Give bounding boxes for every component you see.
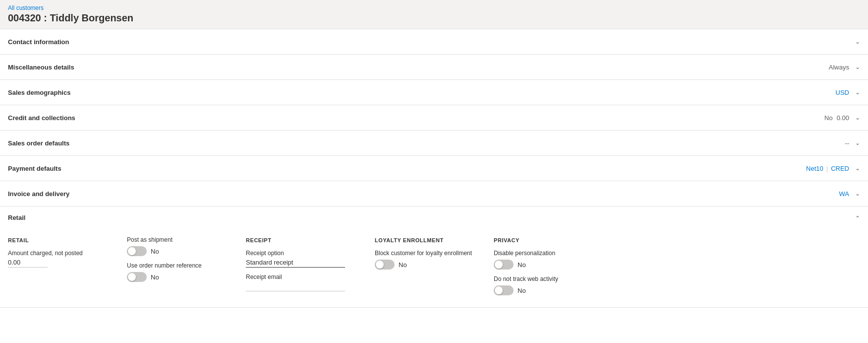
shipment-col: Post as shipment No Use order number ref… xyxy=(127,236,246,295)
privacy-col-heading: PRIVACY xyxy=(494,237,520,243)
disable-personalization-label: Disable personalization xyxy=(494,250,597,257)
section-title-retail: Retail xyxy=(8,214,25,221)
block-loyalty-label: Block customer for loyalty enrollment xyxy=(375,250,478,257)
chevron-down-icon: ⌄ xyxy=(855,89,860,96)
credit-value2: 0.00 xyxy=(837,114,849,122)
section-right-invoice: WA ⌄ xyxy=(839,190,860,198)
do-not-track-toggle[interactable] xyxy=(494,285,514,295)
post-shipment-value: No xyxy=(151,248,159,255)
payment-value-net10: Net10 xyxy=(806,165,823,172)
chevron-down-icon: ⌄ xyxy=(855,139,860,146)
section-right-sales-order: -- ⌄ xyxy=(845,139,860,147)
do-not-track-value: No xyxy=(518,287,526,294)
retail-heading: RETAIL xyxy=(8,236,111,244)
section-retail[interactable]: Retail ⌄ RETAIL Amount charged, not post… xyxy=(0,206,868,308)
page-title: 004320 : Tiddly Borgensen xyxy=(8,12,860,24)
retail-amount-field: Amount charged, not posted 0.00 xyxy=(8,250,111,268)
chevron-down-icon: ⌄ xyxy=(855,114,860,121)
receipt-col: RECEIPT Receipt option Receipt email xyxy=(246,236,375,295)
section-title-sales-demo: Sales demographics xyxy=(8,89,70,96)
receipt-heading: RECEIPT xyxy=(246,236,359,244)
privacy-heading: PRIVACY xyxy=(494,236,597,244)
retail-body: RETAIL Amount charged, not posted 0.00 P… xyxy=(0,228,868,307)
receipt-option-input[interactable] xyxy=(246,258,345,268)
toggle-knob xyxy=(128,273,136,281)
use-order-number-toggle-row: No xyxy=(127,272,230,282)
block-loyalty-toggle-item: Block customer for loyalty enrollment No xyxy=(375,250,478,270)
post-shipment-toggle-item: Post as shipment No xyxy=(127,236,230,256)
block-loyalty-value: No xyxy=(399,261,407,269)
chevron-down-icon: ⌄ xyxy=(855,165,860,172)
amount-value: 0.00 xyxy=(8,259,48,268)
section-sales-demographics[interactable]: Sales demographics USD ⌄ xyxy=(0,80,868,105)
chevron-down-icon: ⌄ xyxy=(855,38,860,45)
breadcrumb[interactable]: All customers xyxy=(8,4,44,11)
section-title-sales-order: Sales order defaults xyxy=(8,139,69,147)
sales-order-value: -- xyxy=(845,139,849,147)
do-not-track-toggle-item: Do not track web activity No xyxy=(494,275,597,295)
toggle-knob xyxy=(376,261,384,269)
section-right-sales-demo: USD ⌄ xyxy=(836,89,860,96)
toggle-knob xyxy=(495,286,503,294)
disable-personalization-toggle-row: No xyxy=(494,260,597,270)
page-container: All customers 004320 : Tiddly Borgensen … xyxy=(0,0,868,343)
block-loyalty-toggle[interactable] xyxy=(375,260,395,270)
receipt-email-input[interactable] xyxy=(246,281,345,291)
post-shipment-toggle[interactable] xyxy=(127,246,147,256)
section-right-contact: ⌄ xyxy=(853,38,860,45)
disable-personalization-toggle[interactable] xyxy=(494,260,514,270)
payment-values: Net10 | CRED xyxy=(806,165,849,172)
receipt-col-heading: RECEIPT xyxy=(246,237,272,243)
payment-value-cred: CRED xyxy=(831,165,849,172)
use-order-number-toggle-item: Use order number reference No xyxy=(127,262,230,282)
receipt-option-field: Receipt option xyxy=(246,250,359,268)
section-right-retail: ⌄ xyxy=(853,213,860,221)
amount-sublabel: Amount charged, not posted xyxy=(8,250,111,257)
sales-demo-value: USD xyxy=(836,89,849,96)
payment-divider: | xyxy=(826,165,828,172)
section-title-contact: Contact information xyxy=(8,38,69,46)
section-miscellaneous-details[interactable]: Miscellaneous details Always ⌄ xyxy=(0,55,868,80)
receipt-email-label: Receipt email xyxy=(246,274,359,280)
loyalty-heading: LOYALTY ENROLLMENT xyxy=(375,236,478,244)
section-contact-information[interactable]: Contact information ⌄ xyxy=(0,29,868,55)
post-shipment-label: Post as shipment xyxy=(127,236,230,243)
disable-personalization-toggle-item: Disable personalization No xyxy=(494,250,597,270)
use-order-number-value: No xyxy=(151,274,159,281)
post-shipment-toggle-row: No xyxy=(127,246,230,256)
invoice-value: WA xyxy=(839,190,849,198)
chevron-down-icon: ⌄ xyxy=(855,190,860,197)
toggle-knob xyxy=(495,261,503,269)
receipt-option-label: Receipt option xyxy=(246,250,359,257)
section-sales-order-defaults[interactable]: Sales order defaults -- ⌄ xyxy=(0,131,868,156)
section-title-misc: Miscellaneous details xyxy=(8,64,74,71)
privacy-col: PRIVACY Disable personalization No Do no… xyxy=(494,236,613,295)
toggle-knob xyxy=(128,247,136,255)
loyalty-col-heading: LOYALTY ENROLLMENT xyxy=(375,237,444,243)
section-right-misc: Always ⌄ xyxy=(829,64,860,71)
main-content[interactable]: Contact information ⌄ Miscellaneous deta… xyxy=(0,29,868,343)
retail-header[interactable]: Retail ⌄ xyxy=(0,206,868,228)
section-payment-defaults[interactable]: Payment defaults Net10 | CRED ⌄ xyxy=(0,156,868,181)
chevron-up-icon: ⌄ xyxy=(855,214,860,221)
section-title-payment: Payment defaults xyxy=(8,165,61,172)
use-order-number-label: Use order number reference xyxy=(127,262,230,269)
retail-amount-col: RETAIL Amount charged, not posted 0.00 xyxy=(8,236,127,295)
disable-personalization-value: No xyxy=(518,261,526,269)
loyalty-col: LOYALTY ENROLLMENT Block customer for lo… xyxy=(375,236,494,295)
do-not-track-label: Do not track web activity xyxy=(494,275,597,282)
use-order-number-toggle[interactable] xyxy=(127,272,147,282)
section-credit-collections[interactable]: Credit and collections No 0.00 ⌄ xyxy=(0,105,868,131)
credit-value1: No xyxy=(824,114,833,122)
page-header: All customers 004320 : Tiddly Borgensen xyxy=(0,0,868,29)
retail-col-heading: RETAIL xyxy=(8,237,29,243)
section-title-credit: Credit and collections xyxy=(8,114,75,122)
block-loyalty-toggle-row: No xyxy=(375,260,478,270)
chevron-down-icon: ⌄ xyxy=(855,64,860,70)
section-invoice-delivery[interactable]: Invoice and delivery WA ⌄ xyxy=(0,181,868,206)
do-not-track-toggle-row: No xyxy=(494,285,597,295)
section-title-invoice: Invoice and delivery xyxy=(8,190,69,198)
misc-value: Always xyxy=(829,64,849,71)
receipt-email-field: Receipt email xyxy=(246,274,359,291)
section-right-payment: Net10 | CRED ⌄ xyxy=(806,165,860,172)
